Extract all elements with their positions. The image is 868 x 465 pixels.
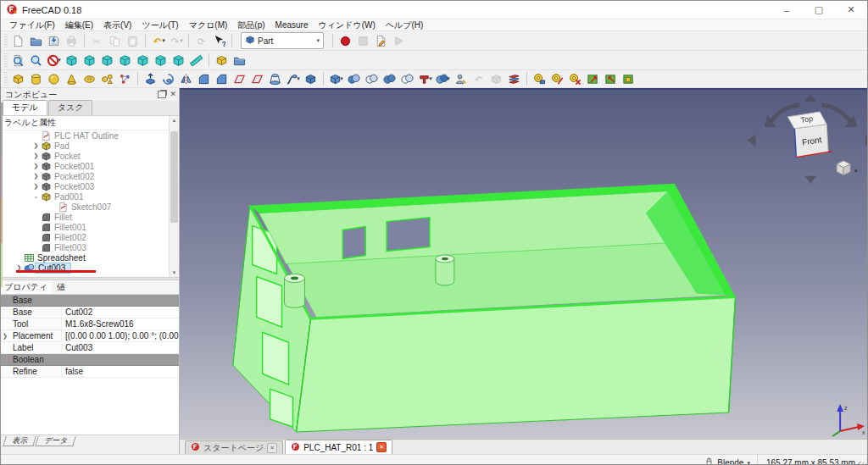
fit-all-button[interactable] — [9, 52, 27, 69]
menu-item-0[interactable]: ファイル(F) — [4, 19, 60, 30]
property-value[interactable]: M1.6x8-Screw016 — [62, 318, 179, 329]
measure-angular-button[interactable] — [548, 70, 566, 88]
measure-distance-button[interactable] — [187, 52, 205, 69]
property-row-base[interactable]: BaseCut002 — [1, 307, 179, 318]
property-row-label[interactable]: LabelCut003 — [1, 342, 179, 354]
section-button[interactable]: ▾ — [416, 70, 434, 88]
dock-close-icon[interactable]: ✕ — [170, 91, 176, 98]
cone-button[interactable] — [63, 70, 81, 88]
property-group-boolean[interactable]: Boolean — [1, 354, 179, 366]
tree-expand-icon[interactable]: ❯ — [31, 142, 41, 149]
create-solid-button[interactable] — [302, 70, 320, 88]
intersection-button[interactable] — [398, 70, 416, 88]
panel-tab-data[interactable]: データ — [35, 436, 76, 446]
cut-boolean-button[interactable] — [363, 70, 381, 88]
tree-item-plc-hat-outline[interactable]: PLC HAT Outline — [1, 130, 179, 141]
menu-item-8[interactable]: ヘルプ(H) — [381, 19, 429, 30]
tree-item-fillet001[interactable]: Fillet001 — [1, 222, 179, 232]
property-value[interactable]: Cut002 — [62, 307, 179, 318]
fillet-button[interactable] — [195, 70, 213, 88]
create-group-button[interactable] — [231, 52, 248, 69]
property-row-refine[interactable]: Refinefalse — [1, 366, 179, 378]
whats-this-button[interactable]: ? — [210, 32, 228, 50]
rear-view-button[interactable] — [134, 52, 152, 69]
draw-style-button[interactable]: ▾ — [45, 52, 63, 69]
box-button[interactable] — [9, 70, 27, 88]
clear-measurements-button[interactable] — [566, 70, 584, 88]
top-view-button[interactable] — [98, 52, 116, 69]
menu-item-3[interactable]: ツール(T) — [136, 19, 183, 30]
combo-tab-tasks[interactable]: タスク — [48, 100, 93, 115]
cylinder-button[interactable] — [27, 70, 45, 88]
tree-item-pad001[interactable]: ⌄Pad001 — [1, 191, 179, 202]
resize-grip[interactable] — [858, 462, 866, 465]
front-view-button[interactable] — [81, 52, 98, 69]
back-wall-hole-large[interactable] — [387, 218, 430, 252]
property-row-placement[interactable]: ❯Placement[(0.00 0.00 1.00); 0.00 °; (0.… — [1, 330, 179, 342]
tree-item-sketch007[interactable]: Sketch007 — [1, 202, 179, 212]
property-row-tool[interactable]: ToolM1.6x8-Screw016 — [1, 318, 179, 330]
dock-float-icon[interactable] — [158, 91, 166, 98]
create-part-button[interactable] — [213, 52, 231, 69]
toggle-delta-measurements-button[interactable] — [620, 70, 637, 88]
tree-item-pad[interactable]: ❯Pad — [1, 141, 179, 151]
document-tab-1[interactable]: PLC_HAT_R01 : 1✕ — [285, 440, 392, 454]
standoff-boss-1[interactable] — [285, 274, 305, 307]
left-view-button[interactable] — [170, 52, 187, 69]
tree-expand-icon[interactable]: ❯ — [31, 173, 41, 180]
tree-item-pocket002[interactable]: ❯Pocket002 — [1, 171, 179, 181]
macro-record-button[interactable] — [337, 32, 354, 50]
torus-button[interactable] — [81, 70, 98, 88]
axonometric-view-button[interactable] — [63, 52, 81, 69]
loft-button[interactable] — [266, 70, 284, 88]
shape-builder-button[interactable] — [116, 70, 134, 88]
property-value[interactable]: false — [62, 366, 179, 377]
maximize-button[interactable]: ▢ — [803, 1, 835, 19]
panel-tab-view[interactable]: 表示 — [3, 436, 36, 446]
save-file-button[interactable] — [45, 32, 63, 50]
tree-expand-icon[interactable]: ⌄ — [31, 193, 41, 200]
3d-viewport[interactable]: Top Front ▾ — [180, 90, 867, 439]
nav-mini-cube-dropdown[interactable]: ▾ — [854, 168, 858, 174]
revolve-button[interactable] — [159, 70, 177, 88]
nav-cube-top-label[interactable]: Top — [800, 114, 814, 125]
sweep-button[interactable]: ▾ — [284, 70, 302, 88]
tree-expand-icon[interactable]: ❯ — [31, 183, 41, 190]
tree-item-pocket001[interactable]: ❯Pocket001 — [1, 161, 179, 171]
tree-scrollbar-thumb[interactable] — [170, 131, 178, 223]
sphere-button[interactable] — [45, 70, 63, 88]
create-primitives-button[interactable] — [98, 70, 116, 88]
bottom-view-button[interactable] — [152, 52, 170, 69]
new-file-button[interactable] — [9, 32, 27, 50]
property-value[interactable]: [(0.00 0.00 1.00); 0.00 °; (0.00 mm 0... — [62, 330, 179, 341]
tree-expand-icon[interactable]: ❯ — [31, 152, 41, 159]
union-button[interactable] — [381, 70, 398, 88]
back-wall-hole-small[interactable] — [342, 227, 365, 259]
box-zoom-button[interactable] — [27, 52, 45, 69]
workbench-selector[interactable]: Part ▾ — [241, 32, 324, 49]
toggle-all-measurements-button[interactable] — [584, 70, 602, 88]
menu-item-7[interactable]: ウィンドウ(W) — [314, 19, 381, 30]
menu-item-4[interactable]: マクロ(M) — [184, 19, 233, 30]
tree-item-fillet[interactable]: Fillet — [1, 212, 179, 222]
tree-item-pocket003[interactable]: ❯Pocket003 — [1, 181, 179, 191]
minimize-button[interactable]: – — [771, 1, 803, 19]
document-tab-0[interactable]: スタートページ✕ — [185, 440, 283, 454]
compound-button[interactable]: ▾ — [327, 70, 345, 88]
macro-edit-button[interactable] — [372, 32, 390, 50]
right-view-button[interactable] — [116, 52, 134, 69]
cross-sections-button[interactable] — [505, 70, 523, 88]
menu-item-6[interactable]: Measure — [270, 19, 314, 30]
boolean-button[interactable] — [345, 70, 363, 88]
chamfer-button[interactable] — [213, 70, 231, 88]
nav-arrow-right[interactable] — [865, 135, 867, 147]
ruled-surface-button[interactable] — [248, 70, 266, 88]
tab-close-icon[interactable]: ✕ — [376, 442, 387, 452]
open-file-button[interactable] — [27, 32, 45, 50]
toggle-3d-measurements-button[interactable] — [602, 70, 620, 88]
standoff-boss-2[interactable] — [436, 255, 454, 285]
close-button[interactable]: ✕ — [835, 1, 867, 19]
connect-button[interactable]: ▾ — [434, 70, 452, 88]
property-group-base[interactable]: Base — [1, 295, 179, 307]
check-geometry-button[interactable] — [452, 70, 470, 88]
